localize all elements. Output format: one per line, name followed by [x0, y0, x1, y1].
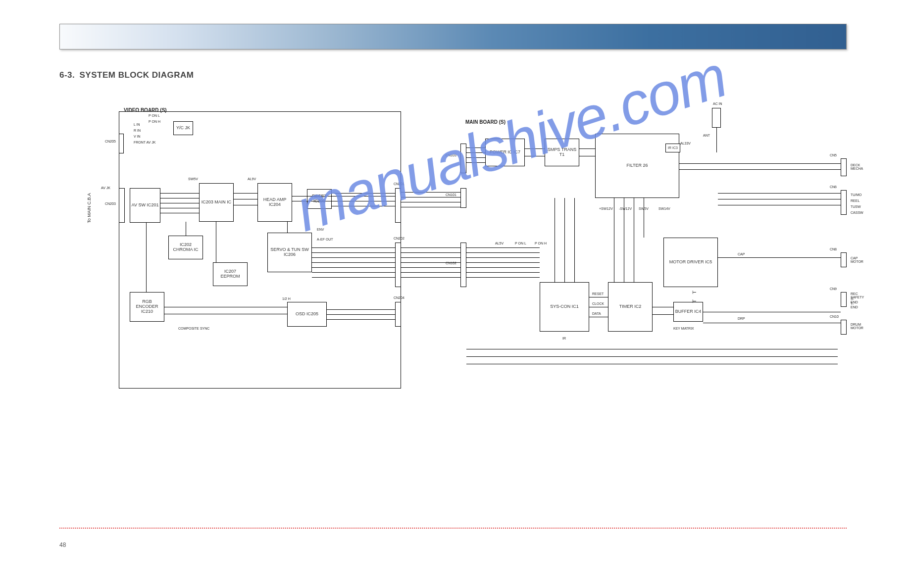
wire — [466, 247, 540, 248]
wire — [327, 309, 395, 310]
wire — [703, 323, 841, 323]
clock-label: CLOCK — [592, 302, 604, 305]
wire — [312, 262, 395, 263]
wire — [332, 206, 395, 206]
wire — [466, 277, 540, 278]
eeprom: IC207 EEPROM — [213, 262, 248, 286]
wire — [718, 193, 841, 194]
wire — [292, 196, 395, 196]
wire — [579, 148, 595, 149]
deck-mecha-label: DECK MECHA — [851, 163, 863, 170]
yc-jk: Y/C JK — [173, 121, 193, 135]
cn6-label: CN6 — [830, 185, 837, 189]
cn201 — [395, 188, 401, 223]
wire — [234, 205, 257, 205]
av-jk-label: AV JK — [101, 186, 110, 190]
wire — [312, 267, 395, 268]
wire — [287, 222, 288, 233]
cn202 — [395, 243, 401, 287]
wire — [653, 307, 673, 307]
wire — [703, 312, 841, 312]
cn205 — [119, 134, 124, 153]
harness-wire — [401, 267, 460, 268]
wire — [525, 156, 545, 156]
wire — [589, 297, 608, 297]
video-board-frame — [119, 111, 401, 389]
env-label: ENV — [317, 228, 324, 231]
wire — [466, 267, 540, 268]
vin-label: V IN — [134, 135, 141, 138]
page-number: 48 — [59, 541, 66, 548]
wire — [466, 364, 838, 364]
cn204 — [395, 302, 401, 327]
ir-label: IR — [562, 337, 566, 340]
footer-divider — [59, 528, 847, 529]
ac-in-conn — [712, 108, 721, 128]
cn5 — [841, 158, 847, 176]
ir: IR IC3 — [665, 144, 680, 152]
section-title-text: SYSTEM BLOCK DIAGRAM — [80, 70, 194, 80]
wire — [634, 198, 634, 282]
block-diagram: VIDEO BOARD (S) To MAIN C.B.A CN205 CN20… — [119, 94, 857, 411]
wire — [466, 349, 838, 349]
harness-wire — [401, 257, 460, 258]
harness-wire — [401, 252, 460, 253]
wire — [234, 199, 257, 199]
al5v-label: AL5V — [495, 242, 504, 245]
wire — [579, 156, 595, 156]
harness-wire — [401, 277, 460, 278]
comp-sync-label: COMPOSITE SYNC — [178, 327, 209, 330]
wire — [466, 152, 485, 153]
cn102 — [460, 243, 466, 287]
al9v-a: AL9V — [248, 177, 256, 181]
aef-out-label: A-EF OUT — [317, 238, 333, 241]
cn8-label: CN8 — [830, 247, 837, 251]
wire — [312, 257, 395, 258]
cn203 — [119, 188, 125, 223]
ant-label: ANT — [703, 134, 710, 137]
sw5v-b: SW5V — [639, 207, 649, 210]
av-sw: AV SW IC201 — [130, 188, 160, 223]
wire — [614, 198, 614, 282]
key-matrix-label: KEY MATRIX — [673, 327, 694, 330]
wire — [679, 163, 841, 164]
wire — [160, 213, 199, 213]
video-board-title: VIDEO BOARD (S) — [124, 108, 167, 113]
wire — [312, 277, 395, 278]
cn10-label: CN10 — [830, 315, 839, 318]
harness-wire — [401, 272, 460, 273]
wire — [653, 314, 673, 315]
reset-label: RESET — [592, 292, 604, 295]
sw14v-label: SW14V — [658, 207, 670, 210]
pon-l-a: P ON L — [149, 114, 160, 117]
ponh-b: P ON H — [535, 242, 547, 245]
harness-wire — [401, 202, 460, 202]
wire — [716, 128, 717, 152]
drp-label: DRP — [738, 317, 745, 320]
osd: OSD IC205 — [287, 302, 327, 327]
cn9 — [841, 292, 847, 307]
pon-h-a: P ON H — [149, 120, 160, 123]
t-end-label: T-END — [851, 302, 858, 309]
wire — [679, 169, 841, 170]
timer-ic: TIMER IC2 — [608, 282, 653, 332]
wire — [146, 223, 147, 292]
cassw-label: CASSW — [851, 211, 863, 214]
cn204-label: CN204 — [394, 296, 404, 299]
wire — [589, 317, 608, 317]
cn8 — [841, 252, 847, 267]
ac-in-label: AC IN — [713, 102, 722, 105]
cn101 — [460, 188, 466, 208]
tumo-label: TU/MO — [851, 193, 862, 196]
wire — [312, 252, 395, 253]
section-no-text: 6-3. — [59, 70, 75, 80]
harness-wire — [401, 192, 460, 193]
wire — [186, 222, 186, 236]
sys-con: SYS-CON IC1 — [540, 282, 589, 332]
rin-label: R IN — [134, 129, 141, 132]
wire — [624, 198, 624, 282]
wire — [466, 272, 540, 273]
motor-driver: MOTOR DRIVER IC5 — [663, 238, 718, 287]
wire — [312, 247, 395, 248]
wire — [234, 193, 257, 194]
